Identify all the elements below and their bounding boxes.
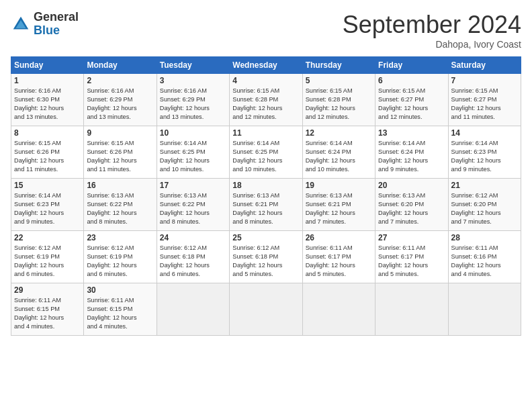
calendar-cell: 16Sunrise: 6:13 AMSunset: 6:22 PMDayligh… — [84, 179, 157, 231]
day-number: 25 — [232, 233, 299, 242]
day-number: 7 — [451, 76, 518, 85]
calendar-cell: 1Sunrise: 6:16 AMSunset: 6:30 PMDaylight… — [11, 74, 84, 126]
calendar-cell: 27Sunrise: 6:11 AMSunset: 6:17 PMDayligh… — [375, 231, 448, 283]
calendar-cell: 3Sunrise: 6:16 AMSunset: 6:29 PMDaylight… — [157, 74, 229, 126]
location: Dahopa, Ivory Coast — [343, 39, 521, 50]
day-number: 10 — [160, 128, 226, 138]
logo-text: General Blue — [34, 11, 79, 38]
cell-info: Sunrise: 6:11 AMSunset: 6:15 PMDaylight:… — [87, 296, 153, 331]
cell-info: Sunrise: 6:15 AMSunset: 6:26 PMDaylight:… — [87, 139, 153, 174]
day-number: 13 — [378, 128, 445, 138]
page-header: General Blue September 2024 Dahopa, Ivor… — [11, 11, 521, 50]
day-number: 26 — [306, 233, 372, 242]
calendar-cell: 22Sunrise: 6:12 AMSunset: 6:19 PMDayligh… — [11, 231, 84, 283]
day-header-wednesday: Wednesday — [230, 57, 302, 74]
day-number: 14 — [451, 128, 518, 138]
calendar-cell — [448, 283, 521, 336]
cell-info: Sunrise: 6:12 AMSunset: 6:19 PMDaylight:… — [14, 244, 81, 279]
day-number: 20 — [378, 181, 445, 190]
day-header-monday: Monday — [84, 57, 157, 74]
cell-info: Sunrise: 6:13 AMSunset: 6:22 PMDaylight:… — [87, 191, 153, 226]
calendar-cell: 12Sunrise: 6:14 AMSunset: 6:24 PMDayligh… — [302, 126, 375, 179]
calendar-cell: 8Sunrise: 6:15 AMSunset: 6:26 PMDaylight… — [11, 126, 84, 179]
calendar-cell: 10Sunrise: 6:14 AMSunset: 6:25 PMDayligh… — [157, 126, 229, 179]
calendar-cell: 4Sunrise: 6:15 AMSunset: 6:28 PMDaylight… — [230, 74, 302, 126]
calendar-cell: 20Sunrise: 6:13 AMSunset: 6:20 PMDayligh… — [375, 179, 448, 231]
calendar-cell: 21Sunrise: 6:12 AMSunset: 6:20 PMDayligh… — [448, 179, 521, 231]
calendar-cell: 17Sunrise: 6:13 AMSunset: 6:22 PMDayligh… — [157, 179, 229, 231]
cell-info: Sunrise: 6:12 AMSunset: 6:20 PMDaylight:… — [451, 191, 518, 226]
calendar-table: SundayMondayTuesdayWednesdayThursdayFrid… — [11, 56, 521, 336]
day-number: 12 — [306, 128, 372, 138]
day-number: 27 — [378, 233, 445, 242]
cell-info: Sunrise: 6:14 AMSunset: 6:23 PMDaylight:… — [14, 191, 81, 226]
day-number: 17 — [160, 181, 226, 190]
cell-info: Sunrise: 6:14 AMSunset: 6:25 PMDaylight:… — [232, 139, 299, 174]
calendar-cell: 29Sunrise: 6:11 AMSunset: 6:15 PMDayligh… — [11, 283, 84, 336]
day-number: 1 — [14, 76, 81, 85]
month-title: September 2024 — [343, 11, 521, 39]
calendar-cell — [375, 283, 448, 336]
calendar-cell: 24Sunrise: 6:12 AMSunset: 6:18 PMDayligh… — [157, 231, 229, 283]
cell-info: Sunrise: 6:13 AMSunset: 6:22 PMDaylight:… — [160, 191, 226, 226]
day-number: 29 — [14, 285, 81, 295]
day-number: 2 — [87, 76, 153, 85]
cell-info: Sunrise: 6:13 AMSunset: 6:21 PMDaylight:… — [232, 191, 299, 226]
cell-info: Sunrise: 6:15 AMSunset: 6:28 PMDaylight:… — [232, 87, 299, 122]
cell-info: Sunrise: 6:13 AMSunset: 6:21 PMDaylight:… — [306, 191, 372, 226]
day-number: 9 — [87, 128, 153, 138]
day-number: 3 — [160, 76, 226, 85]
calendar-cell: 11Sunrise: 6:14 AMSunset: 6:25 PMDayligh… — [230, 126, 302, 179]
cell-info: Sunrise: 6:11 AMSunset: 6:17 PMDaylight:… — [378, 244, 445, 279]
day-number: 6 — [378, 76, 445, 85]
day-number: 18 — [232, 181, 299, 190]
cell-info: Sunrise: 6:12 AMSunset: 6:18 PMDaylight:… — [160, 244, 226, 279]
day-header-thursday: Thursday — [302, 57, 375, 74]
logo-icon — [11, 14, 31, 34]
cell-info: Sunrise: 6:12 AMSunset: 6:18 PMDaylight:… — [232, 244, 299, 279]
calendar-cell: 6Sunrise: 6:15 AMSunset: 6:27 PMDaylight… — [375, 74, 448, 126]
cell-info: Sunrise: 6:15 AMSunset: 6:27 PMDaylight:… — [451, 87, 518, 122]
day-number: 11 — [232, 128, 299, 138]
day-number: 4 — [232, 76, 299, 85]
cell-info: Sunrise: 6:11 AMSunset: 6:15 PMDaylight:… — [14, 296, 81, 331]
day-header-friday: Friday — [375, 57, 448, 74]
cell-info: Sunrise: 6:14 AMSunset: 6:24 PMDaylight:… — [306, 139, 372, 174]
calendar-cell: 13Sunrise: 6:14 AMSunset: 6:24 PMDayligh… — [375, 126, 448, 179]
cell-info: Sunrise: 6:14 AMSunset: 6:25 PMDaylight:… — [160, 139, 226, 174]
calendar-cell: 18Sunrise: 6:13 AMSunset: 6:21 PMDayligh… — [230, 179, 302, 231]
cell-info: Sunrise: 6:16 AMSunset: 6:29 PMDaylight:… — [160, 87, 226, 122]
calendar-cell: 5Sunrise: 6:15 AMSunset: 6:28 PMDaylight… — [302, 74, 375, 126]
calendar-cell: 19Sunrise: 6:13 AMSunset: 6:21 PMDayligh… — [302, 179, 375, 231]
day-number: 30 — [87, 285, 153, 295]
calendar-cell: 14Sunrise: 6:14 AMSunset: 6:23 PMDayligh… — [448, 126, 521, 179]
cell-info: Sunrise: 6:16 AMSunset: 6:29 PMDaylight:… — [87, 87, 153, 122]
calendar-cell: 25Sunrise: 6:12 AMSunset: 6:18 PMDayligh… — [230, 231, 302, 283]
day-number: 16 — [87, 181, 153, 190]
day-header-sunday: Sunday — [11, 57, 84, 74]
calendar-cell: 30Sunrise: 6:11 AMSunset: 6:15 PMDayligh… — [84, 283, 157, 336]
cell-info: Sunrise: 6:15 AMSunset: 6:27 PMDaylight:… — [378, 87, 445, 122]
cell-info: Sunrise: 6:12 AMSunset: 6:19 PMDaylight:… — [87, 244, 153, 279]
cell-info: Sunrise: 6:11 AMSunset: 6:17 PMDaylight:… — [306, 244, 372, 279]
cell-info: Sunrise: 6:11 AMSunset: 6:16 PMDaylight:… — [451, 244, 518, 279]
calendar-cell — [302, 283, 375, 336]
day-header-tuesday: Tuesday — [157, 57, 229, 74]
calendar-cell: 28Sunrise: 6:11 AMSunset: 6:16 PMDayligh… — [448, 231, 521, 283]
logo: General Blue — [11, 11, 79, 38]
calendar-cell — [157, 283, 229, 336]
cell-info: Sunrise: 6:14 AMSunset: 6:23 PMDaylight:… — [451, 139, 518, 174]
calendar-cell: 2Sunrise: 6:16 AMSunset: 6:29 PMDaylight… — [84, 74, 157, 126]
calendar-cell: 26Sunrise: 6:11 AMSunset: 6:17 PMDayligh… — [302, 231, 375, 283]
day-number: 21 — [451, 181, 518, 190]
calendar-cell: 9Sunrise: 6:15 AMSunset: 6:26 PMDaylight… — [84, 126, 157, 179]
day-number: 8 — [14, 128, 81, 138]
calendar-cell: 15Sunrise: 6:14 AMSunset: 6:23 PMDayligh… — [11, 179, 84, 231]
cell-info: Sunrise: 6:15 AMSunset: 6:28 PMDaylight:… — [306, 87, 372, 122]
day-number: 24 — [160, 233, 226, 242]
cell-info: Sunrise: 6:15 AMSunset: 6:26 PMDaylight:… — [14, 139, 81, 174]
day-number: 19 — [306, 181, 372, 190]
cell-info: Sunrise: 6:16 AMSunset: 6:30 PMDaylight:… — [14, 87, 81, 122]
day-number: 28 — [451, 233, 518, 242]
day-number: 5 — [306, 76, 372, 85]
